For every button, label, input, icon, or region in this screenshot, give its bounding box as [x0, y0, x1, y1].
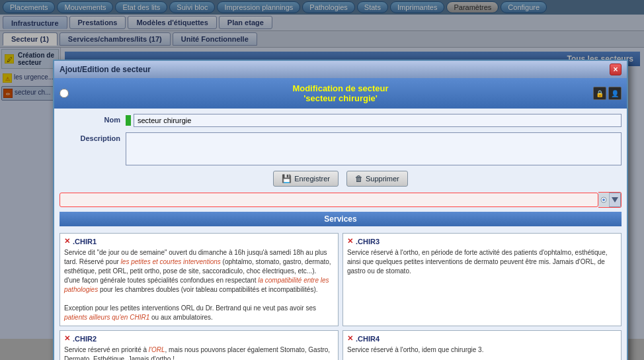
service-chir3-name: .CHIR3 — [356, 238, 380, 246]
service-card-chir2: ✕ .CHIR2 Service réservé en priorité à l… — [60, 330, 339, 360]
delete-icon: 🗑 — [355, 174, 363, 183]
service-chir2-name: .CHIR2 — [73, 335, 97, 343]
nom-input[interactable] — [134, 114, 622, 127]
header-icon-1[interactable]: 🔒 — [593, 87, 606, 100]
modal-radio[interactable] — [60, 89, 69, 98]
radio-indicator — [600, 197, 607, 203]
header-icon-2[interactable]: 👤 — [608, 87, 622, 100]
modal-close-button[interactable]: × — [610, 64, 622, 75]
service-chir4-name: .CHIR4 — [356, 335, 380, 343]
service-chir2-text: Service réservé en priorité à l'ORL, mai… — [64, 345, 334, 360]
dropdown-button[interactable] — [609, 193, 621, 207]
modal-header-text: Modification de secteur 'secteur chirurg… — [292, 83, 388, 103]
svg-marker-8 — [612, 197, 618, 202]
save-label: Enregistrer — [294, 175, 330, 183]
description-label: Description — [60, 132, 126, 142]
search-row — [60, 192, 622, 208]
modal-title: Ajout/Edition de secteur — [60, 65, 151, 74]
modal-header: Modification de secteur 'secteur chirurg… — [54, 78, 627, 109]
save-icon: 💾 — [282, 174, 292, 183]
form-row-nom: Nom — [54, 114, 627, 127]
service-card-chir1: ✕ .CHIR1 Service dit "de jour ou de sema… — [60, 233, 339, 326]
save-button[interactable]: 💾 Enregistrer — [273, 171, 339, 187]
nom-field-container — [126, 114, 622, 127]
modal-overlay: Ajout/Edition de secteur × Modification … — [0, 0, 644, 360]
service-chir4-title: ✕ .CHIR4 — [347, 334, 617, 343]
services-header: Services — [60, 212, 622, 226]
modal-header-icons: 🔒 👤 — [593, 87, 622, 100]
search-input[interactable] — [60, 193, 598, 207]
delete-button[interactable]: 🗑 Supprimer — [346, 171, 408, 187]
nom-label: Nom — [60, 114, 126, 124]
delete-label: Supprimer — [366, 175, 399, 183]
description-input[interactable] — [126, 132, 622, 165]
service-chir1-remove[interactable]: ✕ — [64, 237, 70, 246]
service-chir2-remove[interactable]: ✕ — [64, 334, 70, 343]
service-chir2-title: ✕ .CHIR2 — [64, 334, 334, 343]
chevron-down-icon — [612, 197, 618, 202]
service-chir3-text: Service réservé à l'ortho, en période de… — [347, 248, 617, 276]
service-card-chir4: ✕ .CHIR4 Service réservé à l'ortho, idem… — [342, 330, 622, 360]
service-chir4-remove[interactable]: ✕ — [347, 334, 353, 343]
modal-title-bar: Ajout/Edition de secteur × — [54, 61, 627, 78]
service-card-chir3: ✕ .CHIR3 Service réservé à l'ortho, en p… — [342, 233, 622, 326]
service-chir3-title: ✕ .CHIR3 — [347, 237, 617, 246]
service-chir1-text: Service dit "de jour ou de semaine" ouve… — [64, 248, 334, 322]
svg-point-7 — [602, 199, 605, 201]
buttons-row: 💾 Enregistrer 🗑 Supprimer — [54, 171, 627, 187]
services-grid: ✕ .CHIR1 Service dit "de jour ou de sema… — [54, 229, 627, 360]
service-chir1-name: .CHIR1 — [73, 238, 97, 246]
form-row-description: Description — [54, 132, 627, 165]
service-chir3-remove[interactable]: ✕ — [347, 237, 353, 246]
nom-indicator — [126, 115, 131, 126]
modal-ajout-edition: Ajout/Edition de secteur × Modification … — [53, 60, 628, 360]
service-chir4-text: Service réservé à l'ortho, idem que chir… — [347, 345, 617, 360]
service-chir1-title: ✕ .CHIR1 — [64, 237, 334, 246]
